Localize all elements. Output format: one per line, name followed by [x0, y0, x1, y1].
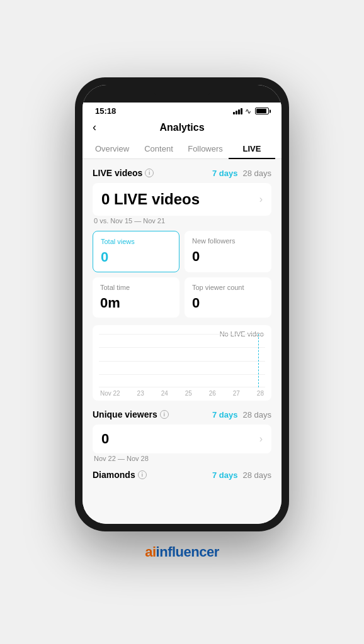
unique-viewers-info-icon[interactable]: i: [160, 410, 169, 419]
x-label-nov22: Nov 22: [100, 390, 120, 397]
diamonds-header: Diamonds i 7 days 28 days: [93, 470, 271, 480]
total-time-label: Total time: [100, 284, 172, 291]
header: ‹ Analytics: [82, 117, 282, 139]
battery-icon: [255, 108, 269, 114]
phone-frame: 15:18 ∿ ‹ Analytics Overview: [75, 77, 289, 531]
live-videos-chevron[interactable]: ›: [259, 194, 263, 205]
status-bar: 15:18 ∿: [82, 103, 282, 117]
signal-icon: [233, 108, 242, 114]
stat-card-top-viewer: Top viewer count 0: [185, 277, 271, 318]
chart-x-labels: Nov 22 23 24 25 26 27 28: [99, 387, 265, 397]
unique-viewers-value: 0: [101, 431, 259, 447]
live-videos-count-row: 0 LIVE videos ›: [93, 183, 271, 216]
dashed-vertical-line: [258, 334, 259, 387]
x-label-28: 28: [257, 390, 264, 397]
phone-screen: 15:18 ∿ ‹ Analytics Overview: [82, 85, 282, 524]
live-videos-header: LIVE videos i 7 days 28 days: [93, 168, 271, 178]
unique-filter-7[interactable]: 7 days: [212, 410, 237, 419]
diamonds-filters: 7 days 28 days: [212, 470, 271, 480]
page-title: Analytics: [159, 122, 204, 133]
top-viewer-label: Top viewer count: [192, 284, 264, 291]
live-videos-info-icon[interactable]: i: [145, 169, 154, 177]
status-icons: ∿: [233, 107, 269, 116]
x-label-26: 26: [209, 390, 216, 397]
unique-viewers-date-range: Nov 22 — Nov 28: [93, 455, 271, 462]
wifi-icon: ∿: [245, 107, 251, 116]
brand-influencer: influencer: [156, 544, 219, 560]
tab-live[interactable]: LIVE: [229, 139, 275, 158]
new-followers-value: 0: [192, 248, 264, 265]
unique-viewers-header: Unique viewers i 7 days 28 days: [93, 409, 271, 419]
diamonds-filter-7[interactable]: 7 days: [212, 470, 237, 480]
tab-bar: Overview Content Followers LIVE: [82, 139, 282, 159]
x-label-27: 27: [233, 390, 240, 397]
live-videos-count: 0 LIVE videos: [101, 191, 259, 208]
unique-filter-28[interactable]: 28 days: [242, 410, 271, 419]
new-followers-label: New followers: [192, 237, 264, 245]
unique-viewers-value-row: 0 ›: [93, 425, 271, 453]
live-videos-date-range: 0 vs. Nov 15 — Nov 21: [93, 217, 271, 225]
chart-lines: [99, 334, 265, 387]
unique-viewers-filters: 7 days 28 days: [212, 410, 271, 419]
diamonds-section: Diamonds i 7 days 28 days: [93, 470, 271, 480]
live-videos-filters: 7 days 28 days: [212, 169, 271, 178]
back-button[interactable]: ‹: [93, 121, 96, 134]
stat-card-total-views: Total views 0: [93, 231, 179, 272]
brand-ai: ai: [145, 544, 156, 560]
x-label-25: 25: [185, 390, 192, 397]
filter-28-days[interactable]: 28 days: [242, 169, 271, 178]
filter-7-days[interactable]: 7 days: [212, 169, 237, 178]
main-content: LIVE videos i 7 days 28 days 0 LIVE vide…: [82, 159, 282, 524]
stat-cards-grid: Total views 0 New followers 0 Total time…: [93, 231, 271, 318]
tab-followers[interactable]: Followers: [182, 139, 229, 158]
status-time: 15:18: [95, 106, 116, 116]
live-chart: No LIVE video Nov 22 23 24 25: [93, 325, 271, 401]
total-views-label: Total views: [101, 238, 171, 245]
stat-card-total-time: Total time 0m: [93, 277, 179, 318]
x-label-24: 24: [161, 390, 168, 397]
unique-viewers-section: Unique viewers i 7 days 28 days 0 › Nov …: [93, 409, 271, 462]
notch-pill: [154, 85, 210, 97]
total-time-value: 0m: [100, 295, 172, 311]
diamonds-title: Diamonds: [93, 470, 135, 480]
unique-viewers-chevron[interactable]: ›: [259, 433, 263, 445]
unique-viewers-title: Unique viewers: [93, 409, 157, 419]
live-videos-title: LIVE videos: [93, 168, 142, 178]
top-viewer-value: 0: [192, 295, 264, 311]
brand-footer: aiinfluencer: [145, 531, 219, 567]
notch: [82, 85, 282, 103]
stat-card-new-followers: New followers 0: [185, 231, 271, 272]
total-views-value: 0: [101, 249, 171, 265]
chart-inner: [99, 334, 265, 387]
tab-content[interactable]: Content: [135, 139, 182, 158]
tab-overview[interactable]: Overview: [89, 139, 135, 158]
diamonds-filter-28[interactable]: 28 days: [242, 470, 271, 480]
diamonds-info-icon[interactable]: i: [138, 470, 147, 479]
x-label-23: 23: [137, 390, 144, 397]
